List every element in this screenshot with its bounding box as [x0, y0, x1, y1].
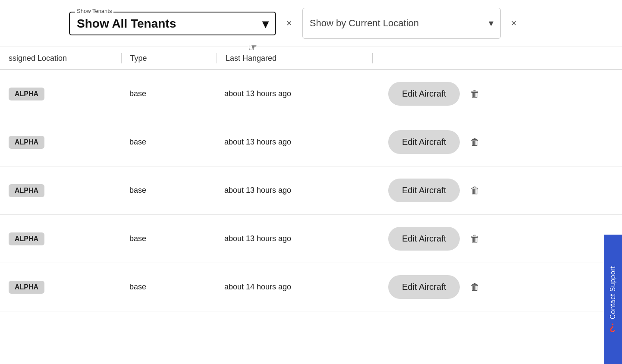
contact-support-label: Contact Support: [609, 266, 617, 319]
row-type-2: base: [121, 186, 216, 195]
edit-aircraft-button-3[interactable]: Edit Aircraft: [388, 227, 460, 251]
row-hangared-1: about 13 hours ago: [216, 138, 371, 147]
row-actions-3: Edit Aircraft 🗑: [371, 227, 622, 251]
row-actions-2: Edit Aircraft 🗑: [371, 179, 622, 202]
col-divider-3: [372, 53, 373, 63]
tenant-filter-label: Show Tenants: [75, 8, 113, 14]
row-location-3: ALPHA: [0, 232, 121, 245]
table-row: ALPHA base about 13 hours ago Edit Aircr…: [0, 70, 622, 118]
row-location-2: ALPHA: [0, 184, 121, 197]
row-hangared-2: about 13 hours ago: [216, 186, 371, 195]
row-type-0: base: [121, 89, 216, 98]
location-chevron-icon: ▾: [489, 18, 493, 29]
row-location-0: ALPHA: [0, 88, 121, 100]
tenant-filter-select[interactable]: Show All Tenants ▾: [77, 14, 268, 31]
table-row: ALPHA base about 13 hours ago Edit Aircr…: [0, 118, 622, 166]
tenant-clear-button[interactable]: ×: [283, 16, 295, 31]
page-wrapper: Show Tenants Show All Tenants ▾ × Show b…: [0, 0, 622, 364]
delete-button-0[interactable]: 🗑: [467, 85, 483, 103]
table-row: ALPHA base about 13 hours ago Edit Aircr…: [0, 215, 622, 263]
row-hangared-0: about 13 hours ago: [216, 89, 371, 98]
col-header-type: Type: [122, 54, 217, 63]
tenant-chevron-icon: ▾: [262, 17, 268, 31]
location-clear-button[interactable]: ×: [508, 16, 520, 31]
row-type-3: base: [121, 234, 216, 243]
row-actions-4: Edit Aircraft 🗑: [371, 275, 622, 299]
edit-aircraft-button-4[interactable]: Edit Aircraft: [388, 275, 460, 299]
location-filter-wrapper: Show by Current Location ▾: [302, 8, 501, 39]
table-row: ALPHA base about 14 hours ago Edit Aircr…: [0, 263, 622, 311]
row-location-4: ALPHA: [0, 281, 121, 294]
delete-button-3[interactable]: 🗑: [467, 230, 483, 248]
location-badge-4: ALPHA: [9, 281, 44, 294]
tenant-filter-wrapper: Show Tenants Show All Tenants ▾: [69, 12, 276, 35]
location-badge-1: ALPHA: [9, 136, 44, 149]
table-row: ALPHA base about 13 hours ago Edit Aircr…: [0, 166, 622, 215]
edit-aircraft-button-2[interactable]: Edit Aircraft: [388, 179, 460, 202]
delete-button-4[interactable]: 🗑: [467, 278, 483, 296]
location-badge-3: ALPHA: [9, 232, 44, 245]
col-header-hangared: Last Hangared: [217, 54, 372, 63]
table-container: ssigned Location Type Last Hangared ALPH…: [0, 47, 622, 311]
col-header-location: ssigned Location: [0, 54, 121, 63]
contact-support-icon: ❓: [608, 323, 618, 333]
edit-aircraft-button-1[interactable]: Edit Aircraft: [388, 130, 460, 154]
row-type-1: base: [121, 138, 216, 147]
location-badge-0: ALPHA: [9, 88, 44, 100]
filter-bar: Show Tenants Show All Tenants ▾ × Show b…: [0, 0, 622, 47]
location-filter-value: Show by Current Location: [310, 18, 419, 29]
delete-button-2[interactable]: 🗑: [467, 182, 483, 200]
row-location-1: ALPHA: [0, 136, 121, 149]
row-hangared-4: about 14 hours ago: [216, 282, 371, 292]
location-filter-select[interactable]: Show by Current Location ▾: [310, 18, 493, 29]
table-header: ssigned Location Type Last Hangared: [0, 47, 622, 70]
row-hangared-3: about 13 hours ago: [216, 234, 371, 243]
row-actions-0: Edit Aircraft 🗑: [371, 82, 622, 106]
delete-button-1[interactable]: 🗑: [467, 133, 483, 151]
contact-support-sidebar[interactable]: ❓ Contact Support: [604, 235, 622, 364]
location-badge-2: ALPHA: [9, 184, 44, 197]
row-actions-1: Edit Aircraft 🗑: [371, 130, 622, 154]
tenant-filter-value: Show All Tenants: [77, 17, 176, 31]
row-type-4: base: [121, 282, 216, 292]
edit-aircraft-button-0[interactable]: Edit Aircraft: [388, 82, 460, 106]
